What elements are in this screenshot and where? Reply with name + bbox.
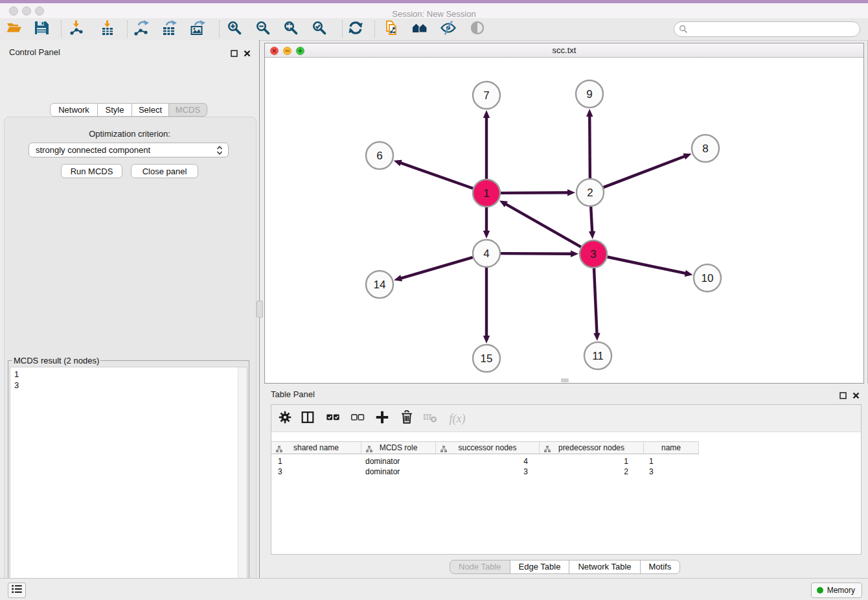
column-header-predecessor-nodes[interactable]: predecessor nodes xyxy=(540,441,644,454)
close-panel-icon[interactable] xyxy=(852,390,860,402)
zoom-fit-icon xyxy=(282,19,299,39)
delete-table-button-disabled[interactable] xyxy=(420,410,440,428)
birds-eye-view-button[interactable] xyxy=(466,19,488,39)
float-panel-icon[interactable] xyxy=(839,390,847,402)
zoom-fit-button[interactable] xyxy=(280,19,302,39)
clone-network-button[interactable] xyxy=(380,19,402,39)
graph-edge-2-3[interactable] xyxy=(591,207,592,233)
graph-edge-2-9[interactable] xyxy=(589,115,590,178)
graph-node-label: 6 xyxy=(376,150,382,162)
export-table-icon xyxy=(161,19,177,39)
zoom-out-button[interactable] xyxy=(252,19,274,39)
cell-predecessor-nodes: 1 xyxy=(540,457,644,467)
tab-network-table[interactable]: Network Table xyxy=(569,560,640,574)
toolbar-separator xyxy=(219,21,220,38)
column-header-mcds-role[interactable]: MCDS role xyxy=(361,441,436,454)
clone-network-icon xyxy=(383,19,400,39)
graph-node-label: 8 xyxy=(702,143,708,155)
run-mcds-button[interactable]: Run MCDS xyxy=(61,164,122,178)
network-window-title: scc.txt xyxy=(265,45,863,55)
cell-mcds-role: dominator xyxy=(361,457,436,467)
mcds-result-textarea[interactable]: 1 3 xyxy=(10,367,247,600)
import-network-button[interactable] xyxy=(65,19,87,39)
memory-button[interactable]: Memory xyxy=(811,583,862,598)
tab-edge-table[interactable]: Edge Table xyxy=(510,560,570,574)
graph-edge-3-11[interactable] xyxy=(594,268,597,334)
delete-table-icon xyxy=(422,410,438,428)
control-panel-tabs: Network Style Select MCDS xyxy=(50,103,207,117)
tab-style[interactable]: Style xyxy=(97,103,132,117)
select-all-button[interactable] xyxy=(323,410,343,428)
create-column-button[interactable] xyxy=(372,410,392,428)
graph-edge-arrow xyxy=(483,336,490,343)
save-session-button[interactable] xyxy=(30,19,52,39)
tab-select[interactable]: Select xyxy=(131,103,169,117)
columns-icon xyxy=(300,410,315,428)
column-header-successor-nodes[interactable]: successor nodes xyxy=(436,441,540,454)
tab-motifs[interactable]: Motifs xyxy=(640,560,681,574)
apply-layout-button[interactable] xyxy=(345,19,367,39)
search-input[interactable] xyxy=(674,21,860,37)
canvas-collapse-handle[interactable] xyxy=(561,378,569,382)
tab-network[interactable]: Network xyxy=(50,103,98,117)
tab-mcds[interactable]: MCDS xyxy=(168,103,207,117)
cell-successor-nodes: 4 xyxy=(436,457,540,467)
export-network-icon xyxy=(133,19,150,39)
column-label: MCDS role xyxy=(380,443,418,452)
control-panel-title: Control Panel xyxy=(9,47,60,57)
network-canvas[interactable]: 1234678910111415 xyxy=(265,58,863,383)
result-scrollbar[interactable] xyxy=(238,367,247,600)
function-builder-button-disabled[interactable]: f(x) xyxy=(445,410,470,428)
export-table-button[interactable] xyxy=(158,19,180,39)
delete-column-button[interactable] xyxy=(397,410,417,428)
column-label: shared name xyxy=(293,443,339,452)
cell-predecessor-nodes: 2 xyxy=(540,467,644,478)
close-panel-icon[interactable] xyxy=(244,48,251,60)
table-settings-button[interactable] xyxy=(275,410,295,428)
splitter-handle[interactable] xyxy=(257,301,263,317)
open-session-button[interactable] xyxy=(3,19,25,39)
mcds-result-line: 3 xyxy=(10,380,247,391)
deselect-all-button[interactable] xyxy=(348,410,367,428)
graph-edge-4-14[interactable] xyxy=(400,257,473,279)
table-row[interactable]: 1 dominator 4 1 1 xyxy=(271,457,699,467)
tab-node-table[interactable]: Node Table xyxy=(450,560,510,574)
import-table-button[interactable] xyxy=(97,19,119,39)
criterion-dropdown[interactable]: strongly connected component xyxy=(29,143,229,157)
show-columns-button[interactable] xyxy=(298,410,317,428)
main-toolbar xyxy=(0,18,868,41)
column-header-shared-name[interactable]: shared name xyxy=(271,441,361,454)
export-network-button[interactable] xyxy=(130,19,152,39)
zoom-selected-button[interactable] xyxy=(308,19,330,39)
plus-icon xyxy=(374,410,390,428)
graph-edge-3-10[interactable] xyxy=(608,257,687,274)
graph-node-label: 14 xyxy=(374,279,386,291)
float-panel-icon[interactable] xyxy=(231,48,238,60)
export-image-button[interactable] xyxy=(187,19,209,39)
graph-edge-1-2[interactable] xyxy=(501,192,569,193)
graph-edge-1-6[interactable] xyxy=(400,163,473,189)
column-header-name[interactable]: name xyxy=(644,441,699,454)
table-panel: Table Panel xyxy=(260,384,868,578)
memory-label: Memory xyxy=(827,586,855,595)
graph-node-label: 15 xyxy=(481,352,493,365)
close-panel-button[interactable]: Close panel xyxy=(131,164,198,178)
graph-node-label: 4 xyxy=(483,248,489,260)
toolbar-separator xyxy=(374,21,375,38)
graph-edge-arrow xyxy=(394,275,402,281)
unchecked-boxes-icon xyxy=(350,410,365,428)
hide-graphics-details-button[interactable] xyxy=(437,19,459,39)
network-window-titlebar[interactable]: scc.txt xyxy=(265,43,863,58)
graph-edge-3-1[interactable] xyxy=(505,203,581,247)
column-label: name xyxy=(661,443,681,452)
network-graph: 1234678910111415 xyxy=(265,58,863,383)
graph-edge-2-8[interactable] xyxy=(604,156,686,187)
zoom-in-button[interactable] xyxy=(223,19,246,39)
graph-node-label: 3 xyxy=(590,248,596,260)
application-window: Session: New Session xyxy=(0,0,868,600)
task-history-button[interactable] xyxy=(8,583,26,598)
graph-edge-4-3[interactable] xyxy=(501,253,572,254)
graph-edge-arrow xyxy=(586,109,593,117)
home-button[interactable] xyxy=(409,19,431,39)
table-row[interactable]: 3 dominator 3 2 3 xyxy=(271,467,699,478)
